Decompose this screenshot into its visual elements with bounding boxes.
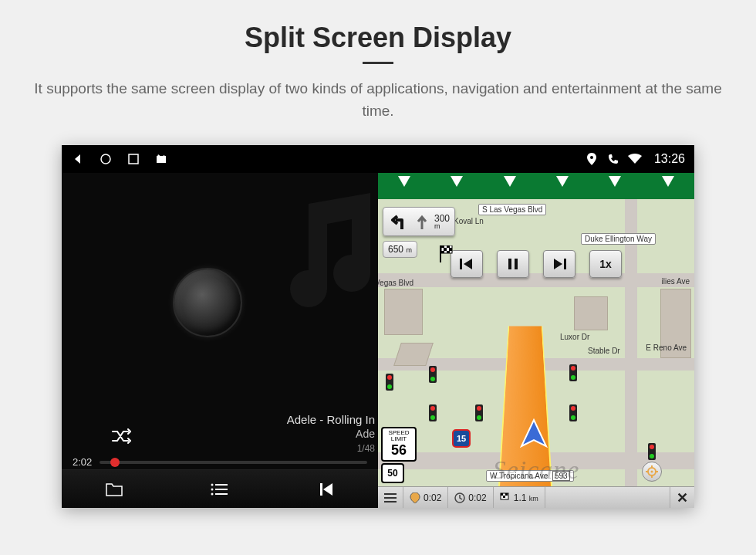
playlist-button[interactable]	[209, 479, 231, 500]
page-title: Split Screen Display	[0, 22, 756, 54]
page-subtitle: It supports the same screen display of t…	[31, 78, 725, 122]
svg-point-7	[211, 483, 213, 486]
seek-bar[interactable]	[100, 461, 367, 464]
navigation-pane: S Las Vegas Blvd Duke Ellington Way Kova…	[378, 173, 694, 508]
track-info: Adele - Rolling In Ade 1/48	[62, 413, 378, 454]
lane-arrow-icon	[398, 176, 410, 187]
lane-arrow-icon	[609, 176, 621, 187]
turn-instruction-primary[interactable]: 300 m	[383, 207, 455, 236]
traffic-light-icon	[648, 443, 656, 460]
joystick-control[interactable]	[173, 268, 242, 337]
svg-rect-20	[449, 248, 452, 251]
street-label: S Las Vegas Blvd	[478, 204, 546, 215]
pause-button[interactable]	[497, 250, 529, 278]
track-title: Adele - Rolling In	[62, 413, 375, 426]
svg-rect-22	[447, 251, 450, 253]
nav-menu-button[interactable]	[378, 487, 403, 508]
remaining-distance[interactable]: 1.1 km	[494, 487, 545, 508]
svg-rect-17	[441, 245, 444, 248]
destination-flag-icon	[440, 245, 454, 266]
split-container: Adele - Rolling In Ade 1/48 2:02	[62, 173, 694, 508]
progress-row: 2:02	[62, 456, 378, 468]
traffic-light-icon	[429, 366, 437, 383]
previous-track-button[interactable]	[315, 479, 336, 500]
traffic-light-icon	[569, 364, 577, 381]
street-label: Duke Ellington Way	[581, 233, 656, 245]
street-label: E Reno Ave	[643, 343, 690, 353]
clock: 13:26	[654, 152, 685, 166]
svg-point-3	[590, 156, 593, 159]
street-label: ilies Ave	[658, 276, 693, 286]
lane-arrow-icon	[662, 176, 674, 187]
close-nav-button[interactable]: ✕	[670, 487, 694, 508]
svg-point-8	[211, 488, 213, 490]
seek-thumb[interactable]	[110, 458, 120, 467]
title-underline	[363, 62, 393, 64]
device-screen: 13:26 Adele - Rolling In Ade 1/48 2:02	[62, 145, 694, 508]
track-index: 1/48	[62, 443, 375, 454]
svg-rect-18	[447, 245, 450, 248]
svg-rect-13	[515, 259, 518, 269]
status-indicators: 13:26	[585, 152, 685, 166]
vehicle-cursor-icon	[517, 417, 551, 454]
building	[574, 296, 608, 330]
speed-limit-sign: SPEED LIMIT 56	[381, 427, 417, 462]
home-icon[interactable]	[99, 152, 113, 166]
track-artist: Ade	[62, 428, 375, 440]
svg-point-32	[651, 471, 653, 473]
screenshot-icon[interactable]	[154, 152, 168, 166]
destination-button[interactable]: 0:02	[403, 487, 448, 508]
route-playback-controls: 1x	[451, 250, 622, 278]
android-status-bar: 13:26	[62, 145, 694, 173]
street-label: Vegas Blvd	[378, 278, 417, 288]
interstate-sign: 15	[452, 429, 471, 448]
folder-button[interactable]	[103, 479, 125, 500]
lane-arrow-icon	[556, 176, 569, 187]
building	[384, 289, 423, 335]
location-icon	[585, 152, 599, 166]
lane-arrow-icon	[504, 176, 516, 187]
lane-guidance-bar	[378, 173, 694, 199]
traffic-light-icon	[475, 404, 483, 421]
svg-rect-11	[460, 259, 462, 269]
svg-rect-14	[564, 259, 566, 269]
music-bottom-bar	[62, 469, 378, 508]
turn-instruction-secondary[interactable]: 650 m	[383, 241, 417, 258]
playback-speed-button[interactable]: 1x	[589, 250, 622, 278]
street-label: Koval Ln	[451, 216, 487, 226]
watermark: Seicane	[493, 455, 580, 485]
street-label: Stable Dr	[585, 346, 623, 356]
recent-apps-icon[interactable]	[127, 152, 140, 166]
traffic-light-icon	[429, 404, 437, 421]
svg-rect-28	[501, 493, 503, 496]
svg-rect-10	[320, 483, 322, 496]
svg-rect-19	[444, 248, 447, 251]
svg-rect-21	[441, 251, 444, 253]
route-sign: 50	[381, 463, 404, 483]
skip-back-button[interactable]	[451, 250, 483, 278]
skip-forward-button[interactable]	[543, 250, 575, 278]
android-nav-buttons	[71, 152, 168, 166]
svg-rect-12	[508, 259, 511, 269]
svg-point-9	[211, 492, 213, 495]
turn-unit: m	[434, 223, 440, 230]
elapsed-time: 2:02	[73, 456, 92, 468]
phone-icon	[606, 152, 620, 166]
lane-arrow-icon	[451, 176, 463, 187]
street-label: Luxor Dr	[557, 332, 592, 342]
eta-button[interactable]: 0:02	[448, 487, 493, 508]
back-icon[interactable]	[71, 152, 85, 166]
svg-point-0	[101, 154, 110, 164]
traffic-light-icon	[386, 374, 393, 391]
svg-rect-1	[129, 154, 138, 164]
turn-distance: 300	[434, 214, 450, 223]
music-player-pane: Adele - Rolling In Ade 1/48 2:02	[62, 173, 378, 508]
recenter-button[interactable]	[642, 462, 662, 482]
wifi-icon	[628, 152, 642, 166]
traffic-light-icon	[569, 404, 577, 421]
svg-rect-30	[503, 496, 505, 498]
nav-bottom-bar: 0:02 0:02 1.1 km ✕	[378, 486, 694, 508]
svg-rect-29	[505, 493, 508, 496]
